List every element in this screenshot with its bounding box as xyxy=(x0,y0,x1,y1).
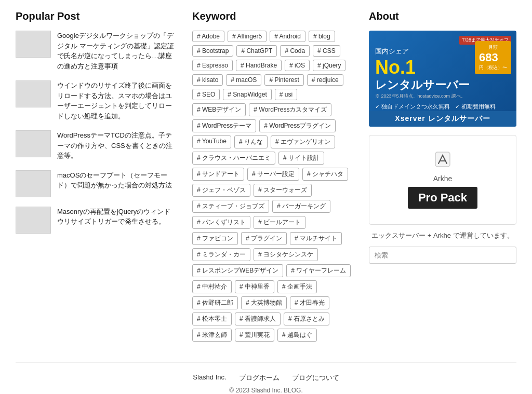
keyword-tag[interactable]: # redjuice xyxy=(307,74,343,86)
arkhe-box[interactable]: Arkhe Pro Pack xyxy=(369,135,516,225)
footer-link-about[interactable]: ブログについて xyxy=(292,373,339,383)
keyword-tag[interactable]: # WordPressテーマ xyxy=(192,119,256,132)
keyword-tag[interactable]: # ジェフ・ベゾス xyxy=(192,184,250,197)
about-caption: エックスサーバー + Arkhe で運営しています。 xyxy=(369,231,516,240)
keyword-tag[interactable]: # 看護師求人 xyxy=(235,313,281,325)
keyword-tag[interactable]: # ヨシタケシンスケ xyxy=(254,248,318,261)
keyword-tag[interactable]: # 才田春光 xyxy=(290,296,329,309)
keyword-tag[interactable]: # Adobe xyxy=(192,31,224,42)
post-thumbnail xyxy=(16,207,51,234)
post-list: Googleデジタルワークショップの「デジタル マーケティングの基礎」認定証で氏… xyxy=(16,31,177,234)
post-title: WordPressテーマTCDの注意点。子テーマの作り方や、CSSを書くときの注… xyxy=(57,130,177,161)
post-item[interactable]: WordPressテーマTCDの注意点。子テーマの作り方や、CSSを書くときの注… xyxy=(16,130,177,161)
keyword-tag[interactable]: # パンくずリスト xyxy=(192,216,250,229)
arkhe-pack-label: Pro Pack xyxy=(408,187,477,209)
post-item[interactable]: Masonryの再配置をjQueryのウィンドウリサイズトリガーで発生させる。 xyxy=(16,207,177,234)
keyword-tag[interactable]: # HandBrake xyxy=(236,60,282,71)
post-title: ウインドウのリサイズ終了後に画面をリロードする方法。スマホの場合はユーザーエージ… xyxy=(57,80,177,121)
post-thumbnail xyxy=(16,130,51,157)
post-title: Googleデジタルワークショップの「デジタル マーケティングの基礎」認定証で氏… xyxy=(57,31,177,71)
keyword-tag[interactable]: # プラグイン xyxy=(241,232,287,245)
keyword-tag[interactable]: # macOS xyxy=(226,74,261,86)
keyword-tag[interactable]: # WEBデザイン xyxy=(192,103,246,116)
keyword-tag[interactable]: # Coda xyxy=(280,45,310,57)
banner-price-label: 月額 xyxy=(479,44,507,51)
post-thumbnail xyxy=(16,170,51,197)
keyword-tag[interactable]: # Affinger5 xyxy=(228,31,267,42)
footer-links: Slashd Inc. ブログホーム ブログについて xyxy=(16,373,516,383)
keyword-tag[interactable]: # SnapWidget xyxy=(223,89,271,100)
footer: Slashd Inc. ブログホーム ブログについて © 2023 Slashd… xyxy=(16,362,516,394)
post-title: macOSのセーフブート（セーフモード）で問題が無かった場合の対処方法 xyxy=(57,170,177,191)
keyword-tag[interactable]: # エヴァンゲリオン xyxy=(271,135,335,148)
keyword-tag[interactable]: # blog xyxy=(309,31,335,42)
post-thumbnail xyxy=(16,80,51,107)
footer-link-home[interactable]: ブログホーム xyxy=(239,373,280,383)
keyword-tag[interactable]: # サンドアート xyxy=(192,168,244,181)
keyword-tag[interactable]: # ワイヤーフレーム xyxy=(286,264,351,277)
arkhe-name: Arkhe xyxy=(380,174,506,183)
keyword-tag[interactable]: # マルチサイト xyxy=(290,232,342,245)
about-section: About 7/28まで最大31%オフ 国内シェア No.1 レンタルサーバー … xyxy=(369,10,516,264)
about-title: About xyxy=(369,10,516,22)
banner-price-tax: 円（税込）〜 xyxy=(479,64,507,71)
footer-company: Slashd Inc. xyxy=(193,373,226,383)
keyword-tag[interactable]: # Android xyxy=(270,31,305,42)
keyword-tag[interactable]: # ミランダ・カー xyxy=(192,248,250,261)
keyword-tag[interactable]: # レスポンシブWEBデザイン xyxy=(192,264,283,277)
post-title: Masonryの再配置をjQueryのウィンドウリサイズトリガーで発生させる。 xyxy=(57,207,177,227)
keyword-tag[interactable]: # CSS xyxy=(313,45,340,57)
xserver-banner[interactable]: 7/28まで最大31%オフ 国内シェア No.1 レンタルサーバー ※ 2023… xyxy=(369,31,516,127)
banner-note: ※ 2023年5月時点、hostadvice.com 調べ。 xyxy=(375,93,466,100)
keyword-tag[interactable]: # サーバー設定 xyxy=(247,168,299,181)
keyword-tag[interactable]: # 越島はぐ xyxy=(277,329,317,342)
keyword-tag[interactable]: # 石原さとみ xyxy=(284,313,329,325)
keyword-tag[interactable]: # 佐野研二郎 xyxy=(192,296,238,309)
keyword-tag[interactable]: # Pinterest xyxy=(264,74,303,86)
keyword-tag[interactable]: # WordPressプラグイン xyxy=(259,119,336,132)
keyword-tag[interactable]: # YouTube xyxy=(192,135,231,148)
keyword-tag[interactable]: # kisato xyxy=(192,74,223,86)
keyword-tag[interactable]: # バーガーキング xyxy=(272,200,330,213)
keyword-tag[interactable]: # 松本零士 xyxy=(192,313,232,325)
keyword-tag[interactable]: # SEO xyxy=(192,89,220,100)
keyword-tag[interactable]: # jQuery xyxy=(313,60,345,71)
keyword-tag[interactable]: # usi xyxy=(275,89,297,100)
keyword-tag[interactable]: # 企画手法 xyxy=(277,280,317,293)
keyword-tag[interactable]: # 中村祐介 xyxy=(192,280,232,293)
banner-top-text: 国内シェア xyxy=(375,47,409,56)
keyword-tag[interactable]: # シャチハタ xyxy=(302,168,348,181)
keyword-tag[interactable]: # ビールアート xyxy=(254,216,305,229)
arkhe-icon xyxy=(380,151,506,171)
banner-price-main: 683 xyxy=(479,51,498,64)
keyword-tag[interactable]: # ChatGPT xyxy=(236,45,277,57)
banner-check1: ✓ 独自ドメイン２つ永久無料 xyxy=(375,103,450,111)
keyword-tag[interactable]: # スターウォーズ xyxy=(254,184,312,197)
keyword-tag[interactable]: # ファビコン xyxy=(192,232,238,245)
keyword-section: Keyword # Adobe# Affinger5# Android# blo… xyxy=(192,10,353,342)
footer-copyright: © 2023 Slashd Inc. BLOG. xyxy=(16,387,516,394)
keyword-tag[interactable]: # 米津玄師 xyxy=(192,329,232,342)
keyword-title: Keyword xyxy=(192,10,353,22)
popular-post-section: Popular Post Googleデジタルワークショップの「デジタル マーケ… xyxy=(16,10,177,243)
keyword-tag[interactable]: # WordPressカスタマイズ xyxy=(249,103,331,116)
keyword-tag[interactable]: # りんな xyxy=(234,135,268,148)
keyword-tag[interactable]: # 鷲川実花 xyxy=(235,329,274,342)
keyword-tag[interactable]: # Espresso xyxy=(192,60,233,71)
keyword-tag[interactable]: # スティーブ・ジョブズ xyxy=(192,200,269,213)
keyword-tag[interactable]: # iOS xyxy=(285,60,310,71)
banner-no1: No.1 xyxy=(375,57,416,78)
keyword-tag[interactable]: # サイト設計 xyxy=(278,152,324,165)
keyword-tag[interactable]: # クラウス・ハーバニエミ xyxy=(192,152,275,165)
banner-check2: ✓ 初期費用無料 xyxy=(455,103,496,111)
post-thumbnail xyxy=(16,31,51,58)
post-item[interactable]: macOSのセーフブート（セーフモード）で問題が無かった場合の対処方法 xyxy=(16,170,177,197)
keyword-tag[interactable]: # 中神里香 xyxy=(235,280,274,293)
banner-price-box: 月額 683 円（税込）〜 xyxy=(475,41,511,74)
search-input[interactable] xyxy=(369,247,516,264)
post-item[interactable]: Googleデジタルワークショップの「デジタル マーケティングの基礎」認定証で氏… xyxy=(16,31,177,71)
popular-post-title: Popular Post xyxy=(16,10,177,22)
keyword-tag[interactable]: # 大英博物館 xyxy=(241,296,287,309)
post-item[interactable]: ウインドウのリサイズ終了後に画面をリロードする方法。スマホの場合はユーザーエージ… xyxy=(16,80,177,121)
keyword-tag[interactable]: # Bootstrap xyxy=(192,45,233,57)
